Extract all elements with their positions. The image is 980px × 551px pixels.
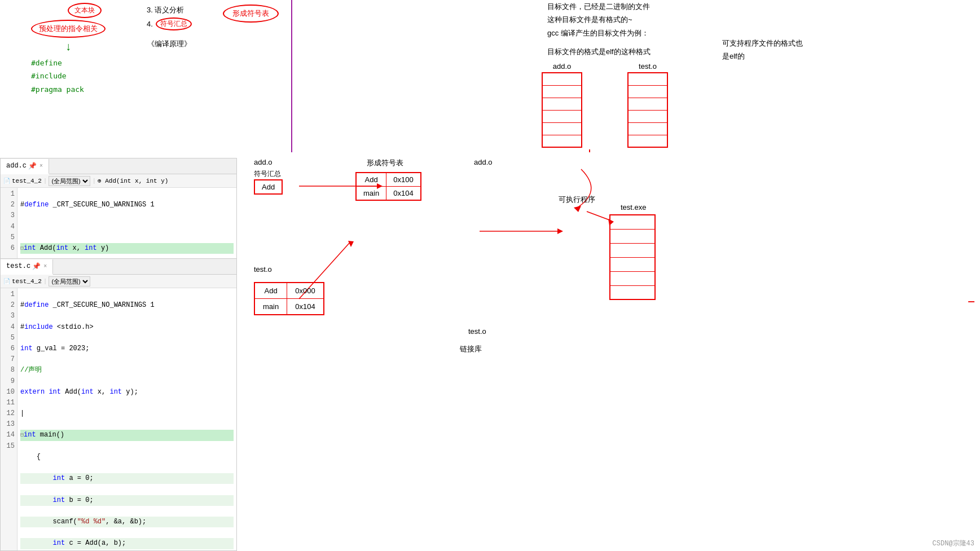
preprocess-items: #define#include#pragma pack: [31, 56, 106, 96]
editor-add-c: add.c 📌 × 📄 test_4_2 | (全局范围) | ⊕ Add(in…: [0, 158, 237, 265]
file-icon-2: 📄: [3, 278, 10, 285]
c2-line-9: int a = 0;: [20, 473, 234, 484]
tab-test-c-label: test.c: [6, 262, 30, 270]
close-icon-2[interactable]: ×: [43, 263, 47, 270]
c2-line-8: {: [20, 452, 234, 462]
code-line-2: [20, 222, 234, 232]
svg-marker-9: [574, 206, 581, 212]
c2-line-11: scanf("%d %d", &a, &b);: [20, 517, 234, 527]
testexe-box: [609, 214, 656, 300]
red-dash-1: —: [968, 296, 974, 307]
top-file-grids: add.o test.o: [542, 62, 668, 148]
preprocess-section: 预处理的指令相关 ↓ #define#include#pragma pack: [31, 20, 106, 96]
testo-add-addr: 0x000: [287, 283, 324, 299]
line-numbers-1: 123456: [1, 188, 17, 265]
toolbar-func-1: ⊕ Add(int x, int y): [98, 177, 168, 184]
c2-line-6: |: [20, 408, 234, 419]
toolbar-2: 📄 test_4_2 | (全局范围): [1, 275, 236, 288]
tab-add-c[interactable]: add.c 📌 ×: [1, 159, 49, 174]
form-sym-main-addr: 0x104: [386, 187, 421, 201]
form-sym-table: Add 0x100 main 0x104: [355, 172, 421, 201]
link-arrows-svg: [237, 158, 980, 551]
editor-test-c: test.c 📌 × 📄 test_4_2 | (全局范围) 123456789…: [0, 258, 237, 551]
link-diagram: add.o 符号汇总 Add 形成符号表 Add 0x100 main 0x10…: [237, 158, 980, 551]
preprocess-oval-text: 预处理的指令相关: [39, 24, 98, 33]
purple-divider: [291, 0, 292, 152]
addo-arrow-label: add.o: [474, 158, 493, 166]
c2-line-7: ⊟int main(): [20, 430, 234, 440]
c2-line-12: int c = Add(a, b);: [20, 538, 234, 549]
tab-bar-2: test.c 📌 ×: [1, 259, 236, 275]
arrow-down-1: ↓: [31, 41, 106, 54]
test-o-grid: test.o: [627, 62, 668, 148]
c2-line-4: //声明: [20, 365, 234, 376]
testexe-label: test.exe: [621, 203, 647, 211]
pin-icon-1: 📌: [28, 162, 37, 170]
form-sym-main: main: [356, 187, 386, 201]
file-icon-1: 📄: [3, 178, 10, 184]
text-block-oval: 文本块: [68, 3, 102, 18]
addo-sym-label: 符号汇总: [254, 169, 281, 179]
add-o-grid: add.o: [542, 62, 582, 148]
addo-add-box: Add: [254, 179, 283, 195]
scope-select-1[interactable]: (全局范围): [49, 176, 90, 186]
c2-line-2: #include <stdio.h>: [20, 322, 234, 333]
exec-prog-label: 可执行程序: [559, 195, 595, 205]
form-sym-label: 形成符号表: [367, 158, 403, 168]
symbol-oval: 形成符号表: [223, 5, 279, 23]
form-sym-add-addr: 0x100: [386, 173, 421, 187]
c2-line-3: int g_val = 2023;: [20, 343, 234, 354]
testo-sym-box: Add 0x000 main 0x104: [254, 282, 324, 315]
tab-add-c-label: add.c: [6, 162, 27, 170]
testo-main-text: main: [254, 299, 287, 315]
toolbar-project-1: test_4_2: [12, 178, 42, 184]
pin-icon-2: 📌: [32, 262, 41, 271]
code-content-2[interactable]: #define _CRT_SECURE_NO_WARNINGS 1 #inclu…: [17, 288, 236, 550]
link-lib-label: 链接库: [460, 344, 482, 354]
addo-add-text: Add: [254, 179, 283, 195]
close-icon-1[interactable]: ×: [39, 163, 43, 169]
code-area-1: 123456 #define _CRT_SECURE_NO_WARNINGS 1…: [1, 188, 236, 265]
format-label: 可支持程序文件的格式也是elf的: [722, 37, 803, 63]
testo-diagram-label: test.o: [254, 265, 272, 274]
code-line-1: #define _CRT_SECURE_NO_WARNINGS 1: [20, 200, 234, 210]
c2-line-5: extern int Add(int x, int y);: [20, 387, 234, 398]
code-line-3: ⊟int Add(int x, int y): [20, 243, 234, 254]
code-content-1[interactable]: #define _CRT_SECURE_NO_WARNINGS 1 ⊟int A…: [17, 188, 236, 265]
form-sym-add: Add: [356, 173, 386, 187]
compiler-steps: 3. 语义分析 4. 符号汇总 《编译原理》: [147, 3, 192, 49]
toolbar-project-2: test_4_2: [12, 278, 42, 285]
svg-marker-6: [348, 241, 354, 247]
c2-line-1: #define _CRT_SECURE_NO_WARNINGS 1: [20, 300, 234, 311]
line-numbers-2: 123456789101112131415: [1, 288, 17, 550]
toolbar-1: 📄 test_4_2 | (全局范围) | ⊕ Add(int x, int y…: [1, 174, 236, 188]
csdn-watermark-text: CSDN@宗隆43: [933, 540, 974, 548]
svg-marker-8: [557, 228, 563, 234]
add-o-top-label: add.o: [542, 62, 582, 70]
svg-line-10: [587, 211, 609, 220]
tab-test-c[interactable]: test.c 📌 ×: [1, 259, 53, 275]
scope-select-2[interactable]: (全局范围): [49, 276, 90, 286]
csdn-watermark: CSDN@宗隆43: [933, 539, 974, 548]
code-area-2: 123456789101112131415 #define _CRT_SECUR…: [1, 288, 236, 550]
target-file-desc: 目标文件，已经是二进制的文件 这种目标文件是有格式的~ gcc 编译产生的目标文…: [547, 0, 717, 59]
testo-add-text: Add: [254, 283, 287, 299]
tab-bar-1: add.c 📌 ×: [1, 158, 236, 174]
c2-line-10: int b = 0;: [20, 495, 234, 506]
preprocess-oval: 预处理的指令相关: [31, 20, 106, 38]
testo-arrow-label: test.o: [468, 327, 486, 336]
addo-diagram-label: add.o: [254, 158, 273, 166]
test-o-top-label: test.o: [627, 62, 668, 70]
testo-main-addr: 0x104: [287, 299, 324, 315]
